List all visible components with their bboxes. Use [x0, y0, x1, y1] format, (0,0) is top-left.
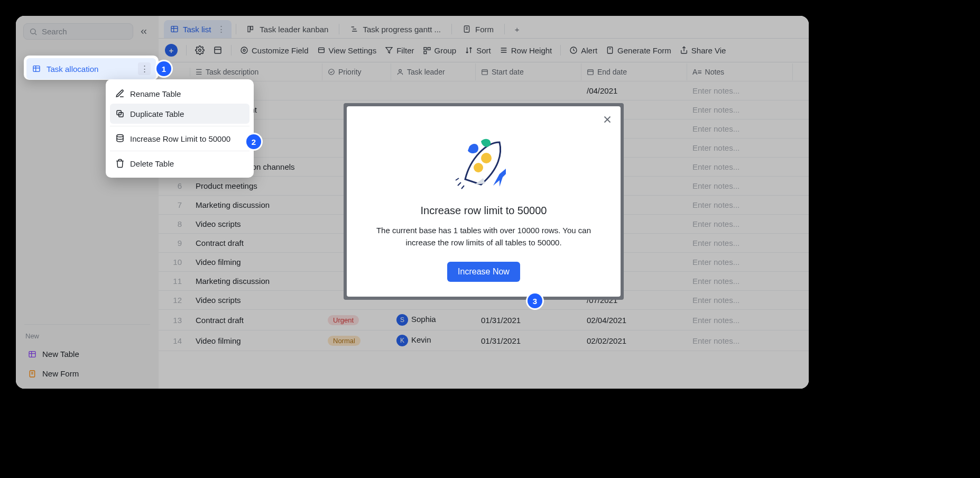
- alert-button[interactable]: Alert: [569, 46, 597, 55]
- sidebar-active-highlight: Task allocation ⋮: [24, 56, 159, 80]
- svg-point-38: [329, 69, 335, 75]
- calendar-icon: [481, 68, 488, 76]
- modal-frame: Increase row limit to 50000 The current …: [344, 103, 624, 300]
- close-icon[interactable]: [602, 114, 613, 128]
- customize-field-button[interactable]: Customize Field: [240, 46, 309, 55]
- tab-task-progress-gantt[interactable]: Task progress gantt ...: [344, 21, 447, 38]
- table-row[interactable]: prototype design/04/2021Enter notes...: [159, 81, 809, 100]
- step-badge-3: 3: [528, 293, 542, 308]
- sidebar-new-table[interactable]: New Table: [22, 345, 152, 363]
- svg-rect-30: [424, 51, 427, 54]
- database-icon: [115, 134, 125, 143]
- svg-point-20: [199, 49, 201, 52]
- search-icon: [29, 27, 38, 36]
- row-height-button[interactable]: Row Height: [500, 46, 552, 55]
- view-tabs: Task list ⋮ Task leader kanban Task prog…: [159, 16, 809, 39]
- form-icon: [27, 370, 37, 378]
- table-context-menu: Rename Table Duplicate Table Increase Ro…: [106, 79, 254, 178]
- generate-form-button[interactable]: Generate Form: [606, 46, 671, 55]
- svg-rect-21: [215, 47, 221, 53]
- grid-icon: [170, 25, 179, 33]
- svg-rect-29: [428, 48, 430, 50]
- copy-icon: [115, 109, 125, 118]
- svg-point-49: [117, 135, 123, 137]
- gantt-icon: [350, 25, 358, 33]
- tab-task-list[interactable]: Task list ⋮: [164, 20, 232, 38]
- svg-point-52: [481, 153, 492, 163]
- svg-point-23: [243, 49, 245, 51]
- svg-rect-3: [29, 351, 35, 357]
- toolbar: + Customize Field View Settings Filter G…: [159, 39, 809, 62]
- search-input[interactable]: Search: [23, 23, 133, 40]
- filter-button[interactable]: Filter: [385, 46, 414, 55]
- text-icon: ☰: [196, 68, 202, 76]
- svg-rect-28: [424, 48, 427, 50]
- svg-rect-9: [171, 26, 178, 32]
- table-row[interactable]: 13Contract draftUrgentSSophia01/31/20210…: [159, 310, 809, 330]
- svg-point-53: [474, 163, 483, 172]
- svg-rect-13: [251, 26, 253, 30]
- svg-point-0: [31, 29, 35, 33]
- text-icon: A≡: [692, 68, 702, 76]
- circle-check-icon: [328, 68, 335, 76]
- ctx-delete-table[interactable]: Delete Table: [110, 153, 249, 173]
- svg-point-24: [241, 47, 247, 53]
- tab-form[interactable]: Form: [456, 21, 500, 38]
- calendar-icon: [587, 68, 594, 76]
- trash-icon: [115, 159, 125, 168]
- svg-marker-27: [386, 48, 392, 53]
- tab-task-leader-kanban[interactable]: Task leader kanban: [241, 21, 335, 38]
- rocket-illustration: [359, 116, 608, 205]
- svg-rect-44: [33, 66, 40, 72]
- sidebar-new-label: New: [20, 330, 154, 344]
- table-icon: [27, 350, 37, 358]
- ctx-increase-row-limit[interactable]: Increase Row Limit to 50000: [110, 128, 249, 149]
- svg-rect-12: [248, 26, 250, 32]
- add-view-button[interactable]: +: [509, 21, 525, 37]
- sidebar-item-task-allocation[interactable]: Task allocation ⋮: [26, 58, 156, 79]
- svg-line-1: [35, 33, 36, 35]
- share-view-button[interactable]: Share Vie: [680, 46, 726, 55]
- sidebar-new-form[interactable]: New Form: [22, 365, 152, 382]
- svg-point-39: [399, 69, 402, 72]
- kanban-icon: [247, 25, 255, 33]
- increase-row-limit-modal: Increase row limit to 50000 The current …: [347, 106, 621, 297]
- table-row[interactable]: 14Video filmingNormalKKevin01/31/202102/…: [159, 330, 809, 351]
- svg-rect-35: [607, 47, 612, 53]
- increase-now-button[interactable]: Increase Now: [447, 262, 520, 282]
- add-row-button[interactable]: +: [165, 44, 178, 57]
- gear-icon[interactable]: [195, 45, 205, 55]
- ctx-rename-table[interactable]: Rename Table: [110, 84, 249, 104]
- view-settings-button[interactable]: View Settings: [317, 46, 377, 55]
- sidebar-item-label: Task allocation: [47, 65, 98, 73]
- svg-rect-42: [588, 69, 594, 74]
- step-badge-2: 2: [246, 134, 261, 149]
- modal-body: The current base has 1 tables with over …: [359, 224, 608, 249]
- sort-button[interactable]: Sort: [465, 46, 491, 55]
- ctx-duplicate-table[interactable]: Duplicate Table: [110, 104, 249, 124]
- more-icon[interactable]: ⋮: [138, 62, 151, 75]
- svg-rect-40: [482, 69, 488, 74]
- collapse-sidebar-button[interactable]: [136, 24, 151, 39]
- search-placeholder: Search: [42, 27, 67, 36]
- step-badge-1: 1: [156, 61, 171, 76]
- form-icon: [463, 25, 471, 33]
- svg-rect-25: [318, 48, 324, 52]
- table-icon: [32, 65, 41, 73]
- edit-icon: [115, 89, 125, 98]
- person-icon: [396, 68, 404, 76]
- more-icon[interactable]: ⋮: [217, 24, 225, 34]
- modal-title: Increase row limit to 50000: [359, 205, 608, 217]
- table-settings-icon[interactable]: [213, 45, 223, 55]
- group-button[interactable]: Group: [423, 46, 457, 55]
- table-header: ☰Task description Priority Task leader S…: [159, 62, 809, 81]
